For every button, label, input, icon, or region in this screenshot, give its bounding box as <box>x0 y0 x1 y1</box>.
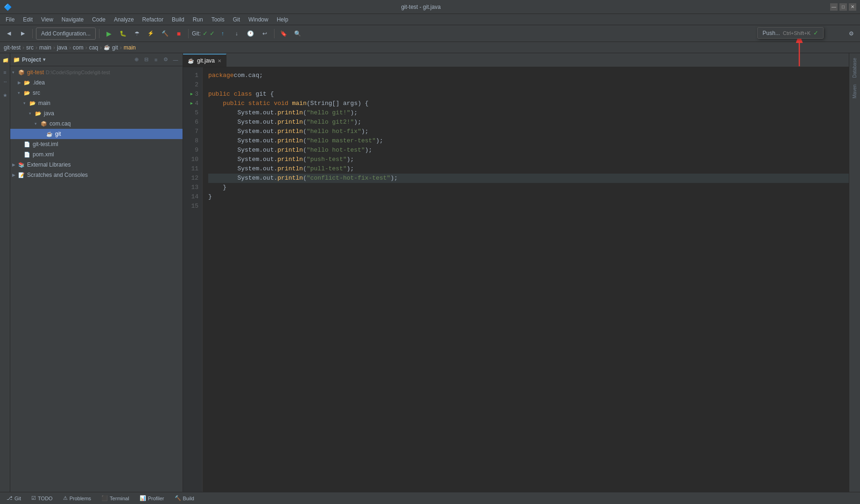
breadcrumb-src[interactable]: src <box>26 44 34 51</box>
debug-button[interactable]: 🐛 <box>117 28 129 40</box>
toolbar-separator2 <box>99 29 99 38</box>
maven-panel-button[interactable]: Maven <box>851 82 858 101</box>
menu-refactor[interactable]: Refactor <box>139 15 167 24</box>
menu-code[interactable]: Code <box>88 15 109 24</box>
project-dropdown-arrow[interactable]: ▾ <box>43 57 45 62</box>
expand-all-button[interactable]: ≡ <box>152 56 160 64</box>
menu-build[interactable]: Build <box>168 15 188 24</box>
tree-item-src[interactable]: ▾ 📂 src <box>10 88 183 98</box>
tree-item-main[interactable]: ▾ 📂 main <box>10 98 183 108</box>
tree-label-main: main <box>38 100 50 106</box>
tree-item-external-libs[interactable]: ▶ 📚 External Libraries <box>10 160 183 170</box>
line-num-9: 9 <box>183 146 202 155</box>
line-num-5: 5 <box>183 108 202 118</box>
tab-build[interactable]: 🔨 Build <box>170 494 199 502</box>
folder-icon-main: 📂 <box>29 99 36 107</box>
tree-item-git-test[interactable]: ▾ 📦 git-test D:\Code\SpringCode\git-test <box>10 67 183 77</box>
libs-icon: 📚 <box>18 161 25 168</box>
tree-item-git-test-iml[interactable]: ▶ 📄 git-test.iml <box>10 139 183 149</box>
code-line-12: System.out.println("conflict-hot-fix-tes… <box>208 174 849 183</box>
breadcrumb-main-method[interactable]: main <box>124 44 136 51</box>
pull-requests-icon[interactable]: ↕ <box>2 79 8 85</box>
editor-tab-git-java[interactable]: ☕ git.java ✕ <box>183 54 226 67</box>
project-header-title: 📁 Project ▾ <box>13 56 45 63</box>
menu-window[interactable]: Window <box>245 15 272 24</box>
git-history-button[interactable]: 🕐 <box>245 28 257 40</box>
toolbar-forward-button[interactable]: ▶ <box>17 28 29 40</box>
tab-git[interactable]: ⎇ Git <box>2 494 26 502</box>
code-line-4: public static void main(String[] args) { <box>208 99 849 108</box>
close-button[interactable]: ✕ <box>849 3 856 11</box>
menu-view[interactable]: View <box>37 15 57 24</box>
git-icon-left[interactable] <box>5 87 6 91</box>
line-num-2: 2 <box>183 80 202 90</box>
code-line-15 <box>208 202 849 211</box>
git-check1-icon: ✓ <box>203 30 208 37</box>
tree-item-scratches[interactable]: ▶ 📝 Scratches and Consoles <box>10 170 183 180</box>
menu-file[interactable]: File <box>2 15 18 24</box>
line-num-14: 14 <box>183 192 202 202</box>
project-header-actions: ⊕ ⊟ ≡ ⚙ — <box>132 56 180 64</box>
menu-run[interactable]: Run <box>189 15 207 24</box>
tree-label-scratches: Scratches and Consoles <box>27 172 88 178</box>
menu-analyze[interactable]: Analyze <box>110 15 138 24</box>
locate-file-button[interactable]: ⊕ <box>132 56 141 64</box>
tab-close-git-java[interactable]: ✕ <box>218 58 221 63</box>
coverage-button[interactable]: ☂ <box>131 28 143 40</box>
tree-item-idea[interactable]: ▶ 📂 .idea <box>10 77 183 88</box>
database-panel-button[interactable]: Database <box>851 55 858 81</box>
search-everywhere-button[interactable]: 🔍 <box>292 28 304 40</box>
code-content[interactable]: package com.caq; public class git { publ… <box>203 67 849 492</box>
title-bar-title: git-test - git.java <box>401 4 441 10</box>
tab-todo[interactable]: ☑ TODO <box>27 494 57 502</box>
run-button[interactable]: ▶ <box>103 28 115 40</box>
maximize-button[interactable]: □ <box>839 3 847 11</box>
git-tab-icon: ⎇ <box>7 495 13 501</box>
profile-button[interactable]: ⚡ <box>145 28 157 40</box>
window-controls: — □ ✕ <box>830 3 856 11</box>
tree-item-com-caq[interactable]: ▾ 📦 com.caq <box>10 119 183 129</box>
tree-item-git-java[interactable]: ▶ ☕ git <box>10 129 183 139</box>
bc-sep3: › <box>53 44 55 51</box>
project-settings-button[interactable]: ⚙ <box>162 56 170 64</box>
tree-item-pom-xml[interactable]: ▶ 📄 pom.xml <box>10 149 183 160</box>
tab-profiler[interactable]: 📊 Profiler <box>135 494 169 502</box>
tree-arrow-scratches: ▶ <box>12 173 18 177</box>
hide-panel-button[interactable]: — <box>171 56 180 64</box>
terminal-tab-label: Terminal <box>110 496 129 501</box>
git-push-button[interactable]: ↑ <box>217 28 229 40</box>
breadcrumb-com[interactable]: com <box>73 44 84 51</box>
build-tab-icon: 🔨 <box>175 495 181 501</box>
tree-path-git-test: D:\Code\SpringCode\git-test <box>46 70 110 75</box>
menu-tools[interactable]: Tools <box>208 15 228 24</box>
add-configuration-button[interactable]: Add Configuration... <box>36 28 96 40</box>
favorites-icon[interactable]: ★ <box>3 92 7 98</box>
breadcrumb-java[interactable]: java <box>57 44 67 51</box>
bookmark-button[interactable]: 🔖 <box>278 28 290 40</box>
structure-sidebar-icon[interactable]: ≡ <box>2 68 7 77</box>
breadcrumb-git[interactable]: git <box>112 44 118 51</box>
stop-button[interactable]: ■ <box>173 28 185 40</box>
push-tooltip: Push... Ctrl+Shift+K ✓ <box>757 27 824 39</box>
line-num-4: ▶4 <box>183 99 202 108</box>
tab-problems[interactable]: ⚠ Problems <box>58 494 96 502</box>
project-sidebar-icon[interactable]: 📁 <box>1 56 9 66</box>
tree-item-java[interactable]: ▾ 📂 java <box>10 108 183 119</box>
git-rollback-button[interactable]: ↩ <box>259 28 271 40</box>
breadcrumb-git-test[interactable]: git-test <box>4 44 21 51</box>
breadcrumb-caq[interactable]: caq <box>89 44 98 51</box>
code-editor[interactable]: 1 2 ▶3 ▶4 5 6 7 8 9 10 11 12 13 14 15 pa… <box>183 67 849 492</box>
toolbar-back-button[interactable]: ◀ <box>3 28 15 40</box>
menu-help[interactable]: Help <box>273 15 292 24</box>
collapse-all-button[interactable]: ⊟ <box>142 56 150 64</box>
menu-navigate[interactable]: Navigate <box>58 15 87 24</box>
settings-button[interactable]: ⚙ <box>845 28 857 40</box>
menu-git[interactable]: Git <box>229 15 244 24</box>
tab-terminal[interactable]: ⬛ Terminal <box>97 494 134 502</box>
git-pull-button[interactable]: ↓ <box>231 28 243 40</box>
build-button[interactable]: 🔨 <box>159 28 171 40</box>
toolbar: ◀ ▶ Add Configuration... ▶ 🐛 ☂ ⚡ 🔨 ■ Git… <box>0 25 860 42</box>
breadcrumb-main[interactable]: main <box>39 44 51 51</box>
minimize-button[interactable]: — <box>830 3 838 11</box>
menu-edit[interactable]: Edit <box>19 15 36 24</box>
